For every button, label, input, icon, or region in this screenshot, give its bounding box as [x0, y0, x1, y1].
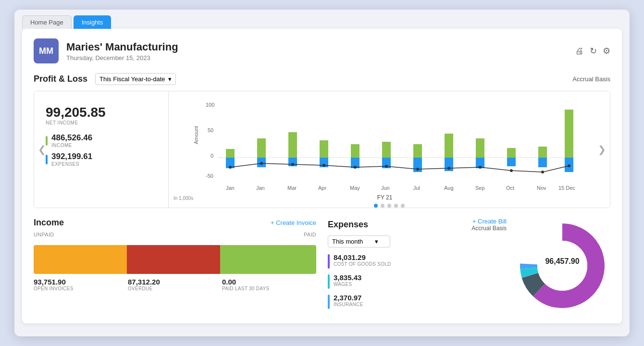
- chart-fy-label: FY 21: [193, 194, 576, 201]
- company-name: Maries' Manufacturing: [66, 41, 178, 53]
- paid-label: PAID: [304, 232, 316, 237]
- overdue-value: 87,312.20: [128, 278, 222, 286]
- svg-rect-18: [413, 144, 422, 158]
- svg-text:Mar: Mar: [287, 185, 297, 191]
- bar-unpaid-red: [127, 245, 220, 274]
- invoice-bars: [34, 245, 316, 274]
- chart-dot-4[interactable]: [394, 204, 398, 208]
- svg-rect-24: [507, 148, 516, 158]
- svg-text:Nov: Nov: [537, 185, 546, 191]
- expenses-title: Expenses: [328, 220, 368, 230]
- expense-bar-1: [328, 274, 330, 289]
- income-section: Income + Create Invoice UNPAID PAID 93,7…: [34, 218, 316, 314]
- chart-in1000s: In 1,000s: [173, 196, 193, 201]
- svg-point-31: [260, 162, 263, 165]
- income-title: Income: [34, 218, 64, 228]
- svg-text:Apr: Apr: [318, 185, 326, 191]
- expense-bar-2: [328, 295, 330, 309]
- open-invoices: 93,751.90 OPEN INVOICES: [34, 278, 128, 291]
- chart-dot-2[interactable]: [381, 204, 384, 208]
- svg-point-32: [291, 163, 294, 166]
- pl-period-label: This Fiscal Year-to-date: [99, 75, 165, 83]
- expenses-row: 392,199.61 EXPENSES: [46, 152, 157, 167]
- expenses-left: Expenses + Create Bill Accrual Basis Thi…: [328, 218, 507, 314]
- expense-item-2: 2,370.97 INSURANCE: [328, 294, 507, 309]
- bottom-sections: Income + Create Invoice UNPAID PAID 93,7…: [34, 218, 610, 314]
- header-icons: 🖨 ↻ ⚙: [575, 46, 610, 56]
- chart-dot-3[interactable]: [387, 204, 391, 208]
- tab-insights[interactable]: Insights: [74, 15, 111, 29]
- svg-text:15 Dec: 15 Dec: [558, 185, 575, 191]
- svg-text:-50: -50: [206, 173, 213, 179]
- app-window: Home Page Insights MM Maries' Manufactur…: [14, 10, 630, 336]
- overdue-label: OVERDUE: [128, 286, 222, 291]
- svg-point-39: [510, 169, 513, 172]
- svg-rect-20: [445, 134, 453, 158]
- svg-point-30: [229, 166, 232, 169]
- expenses-period-label: This month: [332, 238, 363, 245]
- settings-icon[interactable]: ⚙: [603, 46, 610, 56]
- tab-homepage[interactable]: Home Page: [22, 15, 72, 29]
- print-icon[interactable]: 🖨: [575, 46, 584, 56]
- svg-point-37: [447, 167, 450, 170]
- pl-container: ❮ 99,205.85 NET INCOME 486,526.46 INCOME…: [34, 91, 610, 208]
- create-invoice-link[interactable]: + Create Invoice: [271, 219, 316, 226]
- pl-right-arrow[interactable]: ❯: [598, 144, 606, 155]
- svg-rect-26: [538, 147, 547, 158]
- refresh-icon[interactable]: ↻: [590, 46, 597, 56]
- unpaid-label: UNPAID: [34, 232, 54, 237]
- chart-dot-1[interactable]: [374, 204, 378, 208]
- svg-rect-27: [538, 158, 547, 167]
- svg-rect-22: [476, 138, 484, 158]
- expenses-donut: 96,457.90: [514, 218, 610, 314]
- svg-point-38: [479, 166, 482, 169]
- avatar: MM: [34, 38, 59, 63]
- expense-label-1: WAGES: [334, 282, 361, 287]
- pl-section-header: Profit & Loss This Fiscal Year-to-date ▾…: [34, 73, 610, 85]
- expenses-period-dropdown[interactable]: This month ▾: [328, 235, 390, 247]
- donut-svg: 96,457.90: [514, 218, 610, 314]
- expense-bar-0: [328, 254, 330, 269]
- expense-item-0: 84,031.29 COST OF GOODS SOLD: [328, 253, 507, 269]
- expense-label-0: COST OF GOODS SOLD: [334, 261, 391, 267]
- pl-period-dropdown-icon: ▾: [168, 75, 172, 83]
- svg-point-40: [541, 171, 544, 173]
- svg-point-36: [416, 168, 419, 171]
- svg-text:Oct: Oct: [506, 185, 514, 191]
- svg-point-41: [568, 164, 570, 167]
- income-value: 486,526.46: [51, 133, 92, 143]
- create-bill-link[interactable]: + Create Bill: [471, 218, 507, 225]
- svg-text:Jun: Jun: [381, 185, 390, 191]
- income-header: Income + Create Invoice: [34, 218, 316, 228]
- svg-text:0: 0: [211, 153, 213, 159]
- svg-rect-10: [288, 132, 297, 158]
- pl-chart: 100 50 0 -50 Amount: [169, 91, 610, 208]
- pl-title: Profit & Loss: [34, 74, 87, 84]
- company-date: Thursday, December 15, 2023: [66, 54, 178, 62]
- svg-rect-6: [226, 149, 235, 158]
- expenses-items: 84,031.29 COST OF GOODS SOLD 3,835.43 WA…: [328, 253, 507, 309]
- header: MM Maries' Manufacturing Thursday, Decem…: [34, 38, 610, 63]
- svg-text:Jan: Jan: [256, 185, 265, 191]
- pl-period-select[interactable]: This Fiscal Year-to-date ▾: [95, 73, 176, 85]
- main-content: MM Maries' Manufacturing Thursday, Decem…: [22, 29, 622, 323]
- open-invoices-label: OPEN INVOICES: [34, 286, 128, 291]
- expenses-value: 392,199.61: [51, 152, 92, 161]
- svg-rect-16: [382, 142, 391, 158]
- pl-basis: Accrual Basis: [572, 75, 610, 83]
- svg-point-58: [537, 241, 587, 291]
- expenses-dropdown-icon: ▾: [375, 238, 378, 245]
- paid-value: 0.00: [222, 278, 316, 286]
- svg-rect-25: [507, 158, 516, 166]
- svg-text:Amount: Amount: [193, 126, 199, 144]
- paid-sub-label: PAID LAST 30 DAYS: [222, 286, 316, 291]
- pl-metrics: 99,205.85 NET INCOME 486,526.46 INCOME 3…: [34, 91, 169, 208]
- pl-left-arrow[interactable]: ❮: [38, 144, 46, 155]
- donut-value-text: 96,457.90: [545, 257, 579, 265]
- chart-pagination: [173, 204, 605, 208]
- expenses-header: Expenses + Create Bill Accrual Basis: [328, 218, 507, 232]
- header-left: MM Maries' Manufacturing Thursday, Decem…: [34, 38, 178, 63]
- chart-dot-5[interactable]: [401, 204, 405, 208]
- bar-chart-svg: 100 50 0 -50 Amount: [173, 96, 605, 192]
- paid: 0.00 PAID LAST 30 DAYS: [222, 278, 316, 291]
